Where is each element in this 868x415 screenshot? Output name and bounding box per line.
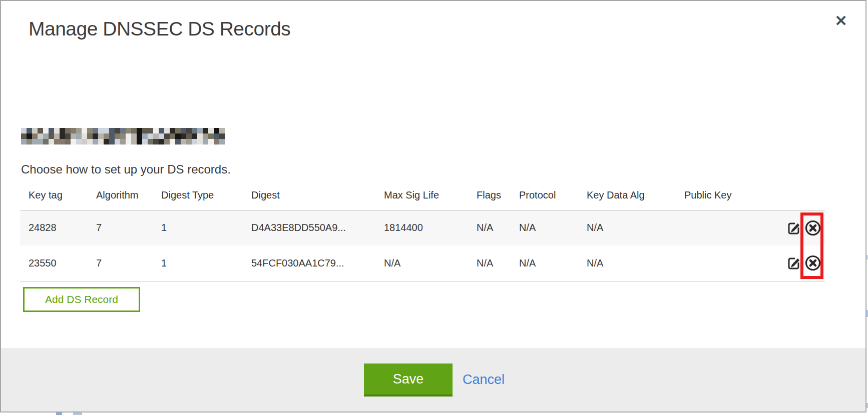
redacted-pixel	[203, 139, 208, 144]
redacted-pixel	[153, 128, 159, 134]
cell-flags: N/A	[468, 246, 511, 281]
redacted-pixel	[60, 134, 65, 139]
cell-protocol: N/A	[511, 246, 578, 281]
redacted-pixel	[43, 139, 49, 144]
col-header-key-tag: Key tag	[20, 181, 88, 210]
redacted-pixel	[219, 128, 225, 134]
cell-digest: D4A33E8DD550A9...	[243, 210, 375, 246]
redacted-pixel	[197, 139, 203, 144]
cell-actions	[771, 210, 825, 246]
redacted-pixel	[87, 139, 93, 144]
redacted-pixel	[93, 134, 98, 139]
redacted-pixel	[49, 128, 54, 134]
redacted-pixel	[131, 139, 137, 144]
add-ds-record-button[interactable]: Add DS Record	[23, 287, 140, 312]
redacted-pixel	[98, 128, 104, 134]
redacted-pixel	[54, 134, 60, 139]
redacted-pixel	[27, 128, 32, 134]
redacted-pixel	[60, 139, 65, 144]
redacted-pixel	[115, 128, 120, 134]
redacted-pixel	[82, 128, 87, 134]
redacted-pixel	[186, 139, 192, 144]
redacted-pixel	[76, 134, 82, 139]
edit-icon	[786, 220, 802, 236]
redacted-pixel	[65, 128, 71, 134]
redacted-pixel	[203, 128, 208, 134]
redacted-pixel	[87, 134, 93, 139]
redacted-pixel	[76, 139, 82, 144]
redacted-pixel	[137, 134, 142, 139]
modal-footer: Save Cancel	[1, 348, 865, 412]
redacted-pixel	[197, 128, 203, 134]
delete-circle-icon	[804, 220, 821, 236]
redacted-pixel	[208, 128, 214, 134]
redacted-pixel	[27, 139, 32, 144]
redacted-domain	[21, 128, 225, 144]
redacted-pixel	[32, 139, 38, 144]
edit-record-button[interactable]	[786, 255, 802, 271]
redacted-pixel	[159, 139, 164, 144]
redacted-pixel	[181, 134, 186, 139]
cell-digest-type: 1	[153, 210, 243, 246]
cell-key-tag: 23550	[20, 246, 88, 281]
table-header-row: Key tag Algorithm Digest Type Digest Max…	[20, 181, 825, 210]
cell-digest: 54FCF030AA1C79...	[243, 246, 375, 281]
redacted-pixel	[98, 139, 104, 144]
cell-max-sig-life: 1814400	[375, 210, 468, 246]
redacted-pixel	[21, 128, 27, 134]
redacted-pixel	[175, 134, 181, 139]
close-button[interactable]: ✕	[830, 10, 852, 32]
redacted-pixel	[38, 139, 43, 144]
redacted-pixel	[71, 134, 76, 139]
redacted-pixel	[175, 128, 181, 134]
redacted-pixel	[104, 134, 109, 139]
redacted-pixel	[159, 134, 164, 139]
redacted-pixel	[192, 128, 197, 134]
delete-record-button[interactable]	[804, 220, 821, 236]
cell-public-key	[676, 210, 771, 246]
redacted-pixel	[109, 139, 115, 144]
col-header-actions	[771, 181, 825, 210]
redacted-pixel	[214, 128, 219, 134]
redacted-pixel	[82, 134, 87, 139]
redacted-pixel	[38, 134, 43, 139]
redacted-pixel	[142, 134, 148, 139]
redacted-pixel	[93, 128, 98, 134]
redacted-pixel	[170, 134, 175, 139]
cancel-link[interactable]: Cancel	[463, 372, 505, 387]
edit-record-button[interactable]	[786, 220, 802, 236]
col-header-flags: Flags	[468, 181, 511, 210]
redacted-pixel	[126, 134, 131, 139]
redacted-pixel	[192, 134, 197, 139]
redacted-pixel	[142, 139, 148, 144]
redacted-pixel	[32, 128, 38, 134]
redacted-pixel	[186, 128, 192, 134]
redacted-pixel	[43, 128, 49, 134]
redacted-pixel	[126, 128, 131, 134]
cell-flags: N/A	[468, 210, 511, 246]
manage-dnssec-modal: Manage DNSSEC DS Records ✕ Choose how to…	[0, 0, 866, 412]
redacted-pixel	[164, 134, 170, 139]
table-row: 23550 7 1 54FCF030AA1C79... N/A N/A N/A …	[20, 246, 825, 281]
redacted-pixel	[49, 139, 54, 144]
edit-icon	[786, 255, 802, 271]
redacted-pixel	[65, 139, 71, 144]
redacted-pixel	[109, 134, 115, 139]
cell-key-tag: 24828	[20, 210, 88, 246]
redacted-pixel	[27, 134, 32, 139]
redacted-pixel	[120, 139, 126, 144]
redacted-pixel	[148, 128, 153, 134]
redacted-pixel	[21, 139, 27, 144]
redacted-pixel	[87, 128, 93, 134]
instruction-text: Choose how to set up your DS records.	[21, 162, 231, 177]
redacted-pixel	[164, 128, 170, 134]
redacted-pixel	[115, 139, 120, 144]
redacted-pixel	[164, 139, 170, 144]
delete-record-button[interactable]	[804, 254, 821, 272]
redacted-pixel	[104, 128, 109, 134]
ds-records-table: Key tag Algorithm Digest Type Digest Max…	[20, 181, 825, 282]
redacted-pixel	[54, 139, 60, 144]
save-button[interactable]: Save	[364, 364, 453, 396]
redacted-pixel	[126, 139, 131, 144]
col-header-algorithm: Algorithm	[88, 181, 153, 210]
